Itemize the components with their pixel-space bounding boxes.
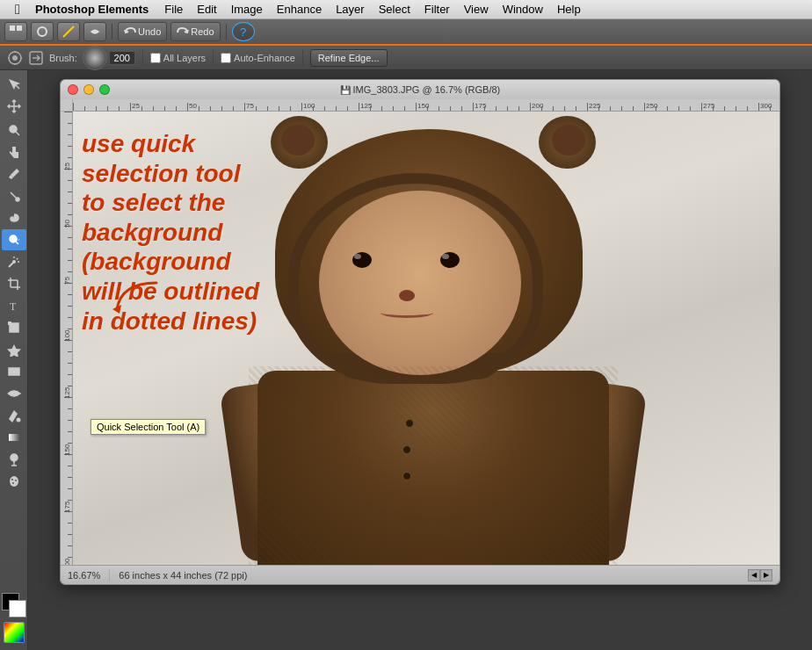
ruler-horizontal: [73, 99, 779, 112]
svg-point-14: [16, 198, 19, 201]
status-sep: [109, 569, 110, 581]
toolbar-icon3[interactable]: [83, 22, 106, 41]
all-layers-label: All Layers: [163, 53, 206, 63]
canvas-container: use quickselection toolto select theback…: [61, 99, 779, 565]
refine-edge-button[interactable]: Refine Edge...: [310, 49, 388, 67]
toolbar: Undo Redo ?: [0, 19, 812, 46]
brush-label: Brush:: [49, 53, 77, 63]
svg-point-39: [10, 476, 18, 487]
tool-zoom[interactable]: [2, 119, 26, 141]
menu-help[interactable]: Help: [550, 0, 588, 18]
tool-move[interactable]: [2, 96, 26, 117]
menubar:  Photoshop Elements File Edit Image Enh…: [0, 0, 812, 19]
document-dimensions: 66 inches x 44 inches (72 ppi): [119, 570, 247, 581]
tool-gradient[interactable]: [2, 427, 26, 448]
tool-type[interactable]: T: [2, 295, 26, 316]
window-title: 💾 IMG_3803.JPG @ 16.7% (RGB/8): [340, 84, 500, 95]
main-content: T: [0, 70, 812, 650]
tool-crop[interactable]: [2, 273, 26, 294]
window-maximize-button[interactable]: [99, 84, 110, 95]
apple-menu[interactable]: : [0, 2, 35, 18]
window-titlebar: 💾 IMG_3803.JPG @ 16.7% (RGB/8): [61, 80, 779, 99]
menu-file[interactable]: File: [157, 0, 190, 18]
tool-hand[interactable]: [2, 141, 26, 162]
svg-text:T: T: [10, 300, 17, 313]
undo-button[interactable]: Undo: [118, 22, 167, 41]
menu-edit[interactable]: Edit: [190, 0, 223, 18]
tool-lasso[interactable]: [2, 207, 26, 228]
status-bar: 16.67% 66 inches x 44 inches (72 ppi) ◀ …: [61, 565, 779, 584]
svg-point-4: [12, 55, 18, 61]
svg-line-22: [17, 258, 18, 260]
prev-arrow[interactable]: ◀: [748, 569, 760, 581]
menu-filter[interactable]: Filter: [417, 0, 457, 18]
svg-line-13: [11, 192, 16, 198]
svg-point-20: [12, 260, 16, 264]
svg-point-42: [12, 482, 14, 484]
toolbar-br-icon[interactable]: [57, 22, 80, 41]
auto-enhance-checkbox[interactable]: [221, 53, 231, 63]
auto-enhance-option[interactable]: Auto-Enhance: [221, 53, 295, 63]
svg-point-11: [10, 126, 17, 133]
svg-line-12: [16, 132, 19, 135]
tool-selection[interactable]: [2, 74, 26, 95]
tool-quick-selection[interactable]: [2, 229, 26, 250]
photo-canvas[interactable]: use quickselection toolto select theback…: [73, 112, 779, 565]
svg-point-2: [38, 27, 47, 36]
tool-shape[interactable]: [2, 339, 26, 360]
svg-rect-35: [9, 434, 19, 441]
undo-label: Undo: [138, 26, 161, 37]
color-picker[interactable]: [4, 622, 25, 643]
options-bar: Brush: 200 All Layers Auto-Enhance Refin…: [0, 46, 812, 70]
menu-window[interactable]: Window: [496, 0, 550, 18]
ruler-corner: [61, 99, 73, 112]
background-color[interactable]: [9, 600, 26, 618]
help-button[interactable]: ?: [232, 22, 255, 41]
toolbar-icon2[interactable]: [31, 22, 54, 41]
brush-icon-options: [28, 50, 44, 66]
all-layers-option[interactable]: All Layers: [150, 53, 206, 63]
tool-transform[interactable]: [2, 317, 26, 338]
left-toolbar: T: [0, 70, 28, 650]
ruler-vertical: [61, 112, 73, 565]
tool-rectangle[interactable]: [2, 361, 26, 382]
window-controls: [68, 84, 110, 95]
svg-point-16: [11, 238, 14, 241]
redo-label: Redo: [191, 26, 214, 37]
auto-enhance-label: Auto-Enhance: [234, 53, 295, 63]
photo-background: use quickselection toolto select theback…: [73, 112, 779, 565]
tool-eyedropper[interactable]: [2, 163, 26, 184]
svg-point-41: [15, 480, 17, 481]
svg-rect-1: [17, 25, 22, 31]
svg-point-36: [11, 454, 18, 461]
svg-rect-32: [9, 368, 19, 375]
svg-point-34: [16, 418, 20, 422]
options-sep2: [213, 50, 214, 66]
window-minimize-button[interactable]: [83, 84, 94, 95]
menu-layer[interactable]: Layer: [329, 0, 372, 18]
tool-paint-bucket[interactable]: [2, 405, 26, 426]
tool-icon-options: [7, 50, 23, 66]
tool-dodge[interactable]: [2, 449, 26, 470]
menu-view[interactable]: View: [457, 0, 496, 18]
menu-select[interactable]: Select: [372, 0, 417, 18]
menu-image[interactable]: Image: [224, 0, 270, 18]
options-sep1: [142, 50, 143, 66]
next-arrow[interactable]: ▶: [760, 569, 772, 581]
redo-button[interactable]: Redo: [170, 22, 220, 41]
tool-magic-wand[interactable]: [2, 251, 26, 272]
tool-eye[interactable]: [2, 383, 26, 404]
svg-line-17: [16, 242, 18, 244]
zoom-level: 16.67%: [68, 570, 100, 581]
brush-size-value: 200: [109, 51, 135, 65]
menu-enhance[interactable]: Enhance: [270, 0, 329, 18]
toolbar-icon1[interactable]: [4, 22, 27, 41]
options-sep3: [302, 50, 303, 66]
svg-point-40: [11, 479, 13, 480]
window-close-button[interactable]: [68, 84, 78, 95]
all-layers-checkbox[interactable]: [150, 53, 161, 63]
brush-preview[interactable]: [83, 46, 107, 70]
tool-sponge[interactable]: [2, 471, 26, 492]
tool-brush-small[interactable]: [2, 185, 26, 206]
svg-rect-0: [10, 25, 15, 31]
